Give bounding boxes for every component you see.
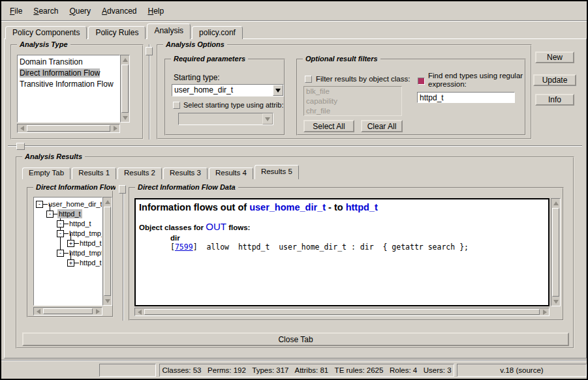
analysis-type-item[interactable]: Transitive Information Flow <box>18 79 119 90</box>
scroll-up-button[interactable] <box>121 55 129 64</box>
flow-tree[interactable]: -user_home_dir_t-httpd_t-httpd_t-httpd_t… <box>33 197 102 306</box>
horizontal-sash-line <box>8 145 582 147</box>
analysis-type-item[interactable]: Direct Information Flow <box>18 68 119 79</box>
scroll-down-button[interactable] <box>121 113 129 122</box>
filter-object-class-checkbox[interactable] <box>305 76 312 83</box>
status-version: v.18 (source) <box>457 364 587 377</box>
tree-expand-icon[interactable]: + <box>67 240 74 247</box>
tree-node-httpd_t[interactable]: httpd_t <box>68 219 93 228</box>
regex-checkbox[interactable] <box>418 78 425 85</box>
update-button[interactable]: Update <box>533 74 576 86</box>
menu-file[interactable]: File <box>10 7 22 16</box>
data-hscrollbar[interactable] <box>134 308 549 316</box>
tree-collapse-icon[interactable]: - <box>57 250 64 257</box>
analysis-options-title: Analysis Options <box>163 40 227 48</box>
arrow-up-icon <box>553 201 559 205</box>
tree-collapse-icon[interactable]: - <box>57 220 64 227</box>
results-tab-results-4[interactable]: Results 4 <box>209 168 253 179</box>
flow-data-title: Direct Information Flow Data <box>135 183 238 191</box>
tree-vscrollbar[interactable] <box>102 197 112 306</box>
menu-search[interactable]: Search <box>33 7 58 16</box>
arrow-down-icon <box>553 300 559 304</box>
results-tab-results-5[interactable]: Results 5 <box>255 165 299 179</box>
tree-collapse-icon[interactable]: - <box>57 230 64 237</box>
tree-node-httpd_t[interactable]: httpd_t <box>78 258 102 267</box>
arrow-up-icon <box>105 200 110 204</box>
starting-type-combobox[interactable]: user_home_dir_t <box>172 84 284 96</box>
tree-node-httpd_tmpfs_t[interactable]: httpd_tmpfs_t <box>68 248 102 257</box>
scroll-down-button[interactable] <box>103 297 112 305</box>
results-sash-handle[interactable] <box>119 185 126 194</box>
scroll-up-button[interactable] <box>551 199 560 207</box>
clear-all-button[interactable]: Clear All <box>361 120 403 132</box>
tree-node-user_home_dir_t[interactable]: user_home_dir_t <box>47 199 102 209</box>
arrow-right-icon <box>96 309 100 314</box>
attrib-checkbox-label: Select starting type using attrib: <box>183 101 283 109</box>
menu-advanced[interactable]: Advanced <box>102 7 136 16</box>
chevron-down-icon <box>265 117 270 121</box>
optional-filters-group: Optional result filters Filter results b… <box>296 59 526 136</box>
optional-filters-title: Optional result filters <box>303 55 380 63</box>
horizontal-sash-handle[interactable] <box>16 143 25 150</box>
results-tab-empty-tab[interactable]: Empty Tab <box>22 168 70 179</box>
combobox-dropdown-button[interactable] <box>273 85 283 96</box>
tree-node-httpd_tmp_t[interactable]: httpd_tmp_t <box>68 229 102 238</box>
tree-hscrollbar[interactable] <box>33 307 102 315</box>
results-tab-results-1[interactable]: Results 1 <box>72 168 116 179</box>
analysis-type-item[interactable]: Domain Transition <box>18 57 119 68</box>
required-parameters-group: Required parameters Starting type: user_… <box>164 59 285 136</box>
arrow-left-icon <box>138 310 142 315</box>
scroll-down-button[interactable] <box>551 297 560 306</box>
flow-data-text[interactable]: Information flows out of user_home_dir_t… <box>134 198 549 306</box>
info-button[interactable]: Info <box>535 94 574 106</box>
select-all-button[interactable]: Select All <box>303 120 354 132</box>
analysis-type-vscrollbar[interactable] <box>120 55 130 123</box>
analysis-type-listbox[interactable]: Domain TransitionDirect Information Flow… <box>17 55 120 123</box>
tree-collapse-icon[interactable]: - <box>46 211 54 218</box>
scrollbar-thumb[interactable] <box>144 309 540 315</box>
close-tab-button[interactable]: Close Tab <box>22 332 569 346</box>
scrollbar-thumb[interactable] <box>43 308 93 314</box>
apol-window: FileSearchQueryAdvancedHelp Policy Compo… <box>0 0 588 380</box>
analysis-type-group: Analysis Type Domain TransitionDirect In… <box>10 44 144 139</box>
scrollbar-thumb[interactable] <box>104 207 111 296</box>
tab-policy-components[interactable]: Policy Components <box>5 26 87 39</box>
target-type: httpd_t <box>346 202 378 212</box>
scroll-up-button[interactable] <box>103 197 112 206</box>
status-bar: Classes: 53 Perms: 192 Types: 317 Attrib… <box>1 360 587 379</box>
vertical-sash-handle[interactable] <box>146 47 153 55</box>
tree-node-httpd_t[interactable]: httpd_t <box>78 239 102 248</box>
tree-node-httpd_t[interactable]: httpd_t <box>57 209 82 218</box>
tree-collapse-icon[interactable]: - <box>36 201 43 208</box>
analysis-type-hscrollbar[interactable] <box>17 124 120 133</box>
new-button[interactable]: New <box>535 51 574 63</box>
tab-analysis[interactable]: Analysis <box>147 23 191 39</box>
flow-header: Information flows out of user_home_dir_t… <box>139 202 548 212</box>
scrollbar-thumb[interactable] <box>27 125 110 132</box>
results-tab-results-3[interactable]: Results 3 <box>163 168 208 179</box>
data-vscrollbar[interactable] <box>551 198 561 306</box>
menu-help[interactable]: Help <box>147 7 164 16</box>
required-parameters-title: Required parameters <box>171 55 248 63</box>
scroll-left-button[interactable] <box>135 308 144 315</box>
scroll-right-button[interactable] <box>111 124 119 132</box>
chevron-down-icon <box>275 89 281 93</box>
analysis-options-group: Analysis Options Required parameters Sta… <box>157 44 532 139</box>
tree-expand-icon[interactable]: + <box>67 259 74 267</box>
scrollbar-thumb[interactable] <box>121 65 129 113</box>
attrib-checkbox[interactable] <box>173 102 180 109</box>
filter-object-class-label: Filter results by object class: <box>316 75 410 83</box>
menu-query[interactable]: Query <box>69 7 91 16</box>
results-tab-results-2[interactable]: Results 2 <box>117 168 162 179</box>
rule-id-link[interactable]: 7599 <box>175 242 193 252</box>
vertical-sash-line <box>149 44 150 139</box>
tab-policy-conf[interactable]: policy.conf <box>192 26 243 39</box>
scroll-right-button[interactable] <box>540 308 549 315</box>
scroll-left-button[interactable] <box>18 124 26 132</box>
scrollbar-thumb[interactable] <box>552 208 559 297</box>
regex-input[interactable] <box>417 92 515 103</box>
scroll-right-button[interactable] <box>93 308 102 315</box>
results-tab-bar: Empty TabResults 1Results 2Results 3Resu… <box>22 167 300 179</box>
scroll-left-button[interactable] <box>34 308 42 315</box>
tab-policy-rules[interactable]: Policy Rules <box>88 26 146 39</box>
